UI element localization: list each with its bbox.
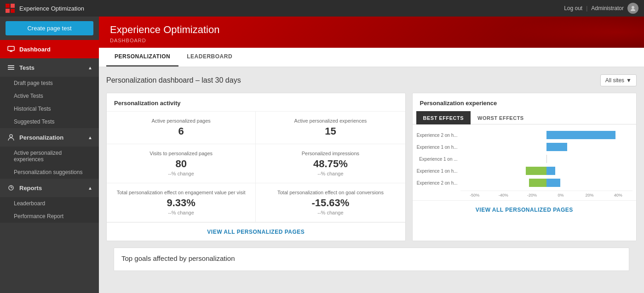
bar-label-2: Experience 1 on ... (416, 157, 458, 162)
activity-grid: Active personalized pages 6 Active perso… (107, 111, 405, 222)
activity-cell-5: Total personalization effect on goal con… (256, 183, 405, 222)
activity-cell-1: Active personalized experiences 15 (256, 112, 405, 144)
page-content: PERSONALIZATION LEADERBOARD Personalizat… (99, 48, 644, 293)
chevron-up-icon-personalization: ▲ (88, 135, 92, 140)
activity-card: Personalization activity Active personal… (106, 93, 406, 241)
bar-label-4: Experience 2 on h... (416, 180, 458, 186)
experience-card-title: Personalization experience (413, 93, 636, 111)
bar-label-3: Experience 1 on h... (416, 169, 458, 174)
bar-row-0: Experience 2 on h... (416, 131, 632, 139)
app-title: Experience Optimization (19, 5, 84, 12)
tab-leaderboard[interactable]: LEADERBOARD (178, 48, 241, 67)
reports-subnav: Leaderboard Performance Report (0, 197, 99, 223)
tab-personalization[interactable]: PERSONALIZATION (106, 48, 178, 67)
cell-value-5: -15.63% (263, 197, 397, 209)
bar-chart: Experience 2 on h... Experience 1 on h..… (413, 128, 636, 200)
sidebar-item-dashboard-label: Dashboard (19, 46, 51, 53)
sidebar-personalization-label: Personalization (19, 134, 63, 141)
monitor-icon (6, 45, 16, 54)
sidebar-item-dashboard[interactable]: Dashboard (0, 40, 99, 58)
cell-label-5: Total personalization effect on goal con… (263, 190, 397, 195)
xaxis-label-3: 0% (546, 193, 575, 197)
logout-link[interactable]: Log out (564, 5, 582, 11)
xaxis-label-5: 40% (604, 193, 632, 197)
svg-rect-6 (8, 69, 14, 70)
xaxis-label-4: 20% (575, 193, 604, 197)
personalization-subnav: Active personalized experiences Personal… (0, 146, 99, 179)
avatar (627, 3, 638, 14)
sidebar-item-active-exp[interactable]: Active personalized experiences (0, 146, 99, 166)
activity-card-title: Personalization activity (107, 93, 405, 111)
sidebar-item-tests-label: Tests (19, 64, 34, 71)
cell-change-4: --% change (114, 210, 248, 215)
sidebar-section-personalization[interactable]: Personalization ▲ (0, 128, 99, 146)
experience-card: Personalization experience BEST EFFECTS … (412, 93, 637, 241)
tab-worst-effects[interactable]: WORST EFFECTS (471, 111, 531, 124)
cell-value-3: 48.75% (263, 158, 397, 170)
sidebar-item-performance-report[interactable]: Performance Report (0, 210, 99, 223)
experience-card-footer: VIEW ALL PERSONALIZED PAGES (413, 200, 636, 219)
svg-point-0 (632, 6, 634, 9)
list-icon (6, 63, 16, 72)
cell-label-0: Active personalized pages (114, 118, 248, 124)
view-all-pages-link[interactable]: VIEW ALL PERSONALIZED PAGES (207, 229, 305, 235)
sidebar-reports-label: Reports (19, 185, 42, 192)
cards-row: Personalization activity Active personal… (106, 93, 637, 241)
bar-row-4: Experience 2 on h... (416, 179, 632, 187)
sidebar-item-leaderboard[interactable]: Leaderboard (0, 197, 99, 210)
svg-rect-4 (8, 65, 14, 66)
hero-title: Experience Optimization (110, 24, 633, 36)
sidebar-item-personalization-suggestions[interactable]: Personalization suggestions (0, 166, 99, 179)
main-tabs: PERSONALIZATION LEADERBOARD (99, 48, 644, 67)
all-sites-label: All sites (605, 77, 624, 84)
tab-best-effects[interactable]: BEST EFFECTS (416, 111, 471, 124)
bottom-section: Top goals affected by personalization (114, 248, 629, 271)
cell-value-2: 80 (114, 158, 248, 170)
bottom-title: Top goals affected by personalization (121, 254, 621, 262)
activity-cell-0: Active personalized pages 6 (107, 112, 256, 144)
cell-change-5: --% change (263, 210, 397, 215)
cell-label-2: Visits to personalized pages (114, 151, 248, 156)
svg-rect-5 (8, 67, 14, 68)
activity-cell-2: Visits to personalized pages 80 --% chan… (107, 144, 256, 183)
all-sites-button[interactable]: All sites ▼ (600, 74, 637, 86)
create-page-test-button[interactable]: Create page test (6, 21, 93, 35)
cell-change-2: --% change (114, 171, 248, 176)
activity-cell-3: Personalized impressions 48.75% --% chan… (256, 144, 405, 183)
sidebar: Create page test Dashboard Tests ▲ Draft… (0, 17, 99, 293)
sidebar-item-tests[interactable]: Tests ▲ (0, 58, 99, 77)
sidebar-item-draft[interactable]: Draft page tests (0, 77, 99, 90)
bar-label-1: Experience 1 on h... (416, 145, 458, 150)
sidebar-item-historical[interactable]: Historical Tests (0, 102, 99, 115)
content-area: Experience Optimization DASHBOARD PERSON… (99, 17, 644, 293)
chevron-up-icon-reports: ▲ (88, 186, 92, 191)
top-bar-right: Log out | Administrator (564, 3, 638, 14)
sidebar-item-suggested[interactable]: Suggested Tests (0, 115, 99, 128)
cell-value-0: 6 (114, 125, 248, 137)
sidebar-section-reports[interactable]: Reports ▲ (0, 179, 99, 197)
view-all-exp-link[interactable]: VIEW ALL PERSONALIZED PAGES (476, 207, 573, 213)
bar-area-1 (460, 143, 632, 151)
bar-label-0: Experience 2 on h... (416, 133, 458, 138)
cell-change-3: --% change (263, 171, 397, 176)
dashboard-header: Personalization dashboard – last 30 days… (106, 74, 637, 86)
hero-header: Experience Optimization DASHBOARD (99, 17, 644, 48)
cell-value-4: 9.33% (114, 197, 248, 209)
app-logo (6, 4, 15, 13)
cell-label-1: Active personalized experiences (263, 118, 397, 124)
svg-point-7 (10, 135, 12, 137)
xaxis-label-1: -40% (489, 193, 518, 197)
activity-cell-4: Total personalization effect on engageme… (107, 183, 256, 222)
chevron-up-icon: ▲ (88, 65, 92, 70)
report-icon (6, 183, 16, 192)
cell-label-3: Personalized impressions (263, 151, 397, 156)
cell-label-4: Total personalization effect on engageme… (114, 190, 248, 195)
admin-name: Administrator (591, 5, 624, 11)
sidebar-item-active-tests[interactable]: Active Tests (0, 90, 99, 102)
bar-row-1: Experience 1 on h... (416, 143, 632, 151)
bar-row-3: Experience 1 on h... (416, 167, 632, 175)
cell-value-1: 15 (263, 125, 397, 137)
tests-subnav: Draft page tests Active Tests Historical… (0, 77, 99, 128)
xaxis-label-2: -20% (518, 193, 546, 197)
chart-xaxis: -50% -40% -20% 0% 20% 40% (460, 191, 632, 197)
